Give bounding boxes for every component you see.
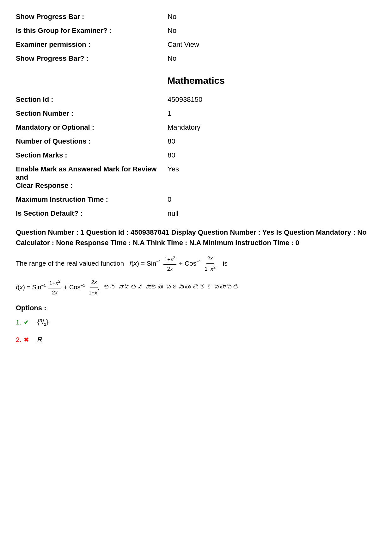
enable-mark-line1: Enable Mark as Answered Mark for Review … bbox=[16, 165, 156, 181]
num-questions-value: 80 bbox=[168, 137, 376, 145]
show-progress-bar-label: Show Progress Bar : bbox=[16, 13, 168, 21]
section-info-section: Section Id : 450938150 Section Number : … bbox=[16, 96, 376, 218]
show-progress-bar2-row: Show Progress Bar? : No bbox=[16, 54, 376, 63]
group-for-examiner-row: Is this Group for Examiner? : No bbox=[16, 27, 376, 35]
question-body: The range of the real valued function f(… bbox=[16, 254, 376, 298]
correct-icon: ✔ bbox=[24, 319, 29, 326]
section-marks-value: 80 bbox=[168, 151, 376, 159]
num-questions-label: Number of Questions : bbox=[16, 137, 168, 145]
section-number-value: 1 bbox=[168, 109, 376, 118]
examiner-permission-row: Examiner permission : Cant View bbox=[16, 40, 376, 49]
max-instruction-time-row: Maximum Instruction Time : 0 bbox=[16, 195, 376, 204]
enable-mark-line2: Clear Response : bbox=[16, 182, 73, 189]
section-id-row: Section Id : 450938150 bbox=[16, 96, 376, 104]
option-1-row: 1. ✔ {π/2} bbox=[16, 318, 376, 327]
option-2-value: R bbox=[37, 336, 42, 344]
examiner-permission-label: Examiner permission : bbox=[16, 40, 168, 49]
examiner-permission-value: Cant View bbox=[168, 40, 376, 49]
num-questions-row: Number of Questions : 80 bbox=[16, 137, 376, 145]
section-default-value: null bbox=[168, 209, 376, 218]
mandatory-optional-value: Mandatory bbox=[168, 123, 376, 132]
show-progress-bar2-label: Show Progress Bar? : bbox=[16, 54, 168, 63]
show-progress-bar-row: Show Progress Bar : No bbox=[16, 13, 376, 21]
section-number-row: Section Number : 1 bbox=[16, 109, 376, 118]
show-progress-bar-value: No bbox=[168, 13, 376, 21]
question-text-telugu: f(x) = Sin−1 1+x22x + Cos−1 2x1+x2 అనే వ… bbox=[16, 278, 376, 297]
option-2-num: 2. ✖ bbox=[16, 336, 32, 343]
max-instruction-time-value: 0 bbox=[168, 195, 376, 204]
section-marks-label: Section Marks : bbox=[16, 151, 168, 159]
enable-mark-row: Enable Mark as Answered Mark for Review … bbox=[16, 165, 376, 190]
top-info-section: Show Progress Bar : No Is this Group for… bbox=[16, 13, 376, 63]
show-progress-bar2-value: No bbox=[168, 54, 376, 63]
mandatory-optional-row: Mandatory or Optional : Mandatory bbox=[16, 123, 376, 132]
group-for-examiner-value: No bbox=[168, 27, 376, 35]
wrong-icon: ✖ bbox=[24, 336, 29, 343]
section-number-label: Section Number : bbox=[16, 109, 168, 118]
group-for-examiner-label: Is this Group for Examiner? : bbox=[16, 27, 168, 35]
section-marks-row: Section Marks : 80 bbox=[16, 151, 376, 159]
question-meta: Question Number : 1 Question Id : 450938… bbox=[16, 227, 376, 248]
section-default-label: Is Section Default? : bbox=[16, 209, 168, 218]
section-default-row: Is Section Default? : null bbox=[16, 209, 376, 218]
question-text-english: The range of the real valued function f(… bbox=[16, 254, 376, 274]
option-1-value: {π/2} bbox=[37, 318, 48, 327]
mandatory-optional-label: Mandatory or Optional : bbox=[16, 123, 168, 132]
option-2-row: 2. ✖ R bbox=[16, 336, 376, 344]
max-instruction-time-label: Maximum Instruction Time : bbox=[16, 195, 168, 204]
enable-mark-label: Enable Mark as Answered Mark for Review … bbox=[16, 165, 168, 190]
section-id-label: Section Id : bbox=[16, 96, 168, 104]
section-id-value: 450938150 bbox=[168, 96, 376, 104]
enable-mark-value: Yes bbox=[168, 165, 376, 173]
options-label: Options : bbox=[16, 304, 376, 312]
section-title: Mathematics bbox=[16, 75, 376, 86]
option-1-num: 1. ✔ bbox=[16, 318, 32, 326]
